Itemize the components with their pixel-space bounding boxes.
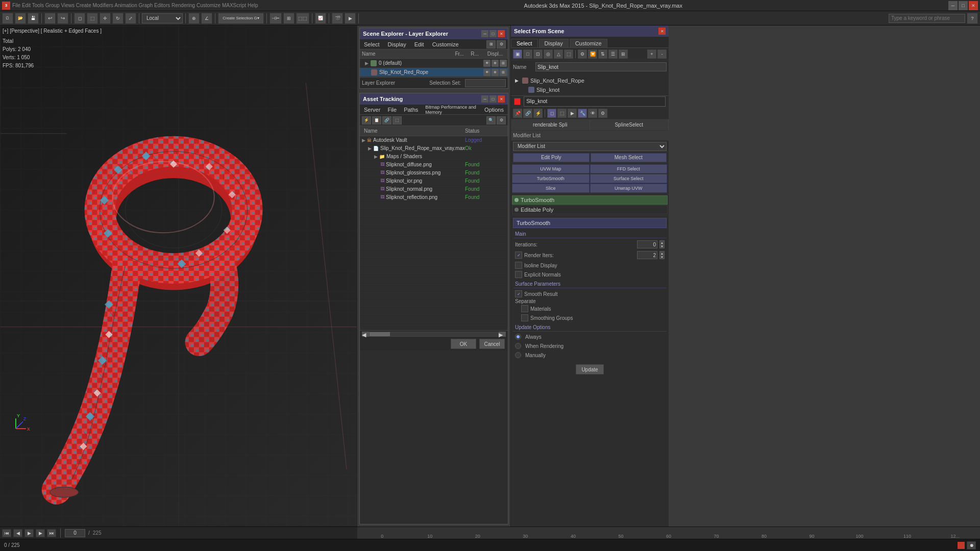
at-icon-6[interactable]: ⚙ bbox=[497, 116, 506, 124]
se-menu-select[interactable]: Select bbox=[362, 41, 382, 47]
edit-poly-btn[interactable]: Edit Poly bbox=[513, 153, 590, 162]
current-frame-input[interactable] bbox=[65, 529, 85, 537]
sfs-type2-icon[interactable]: △ bbox=[554, 49, 563, 59]
unwrap-uvw-btn[interactable]: Unwrap UVW bbox=[590, 184, 668, 193]
rotate-btn[interactable]: ↻ bbox=[112, 13, 124, 24]
close-btn[interactable]: ✕ bbox=[969, 1, 978, 10]
at-row-vault[interactable]: ▶ 🏛 Autodesk Vault Logged bbox=[360, 136, 508, 144]
render-btn[interactable]: ▶ bbox=[345, 13, 356, 24]
at-cancel-btn[interactable]: Cancel bbox=[479, 339, 505, 349]
at-icon-2[interactable]: 📋 bbox=[372, 116, 381, 124]
at-row-normal[interactable]: 🖼 Slipknot_normal.png Found bbox=[360, 185, 508, 193]
mod-icon-utility[interactable]: ⚙ bbox=[598, 109, 607, 118]
viewport-canvas[interactable]: [+] [Perspective] [ Realistic + Edged Fa… bbox=[1, 26, 357, 526]
radio-manually-btn[interactable] bbox=[515, 352, 521, 358]
modifier-dropdown[interactable]: Modifier List bbox=[513, 142, 667, 151]
layer-mgr-btn[interactable]: ⬚⬚ bbox=[296, 13, 309, 24]
sfs-tab-select[interactable]: Select bbox=[511, 39, 538, 47]
at-menu-bitmap[interactable]: Bitmap Performance and Memory bbox=[423, 105, 479, 115]
smooth-result-check[interactable] bbox=[515, 290, 522, 297]
radio-when-rendering[interactable]: When Rendering bbox=[515, 342, 665, 350]
go-start-btn[interactable]: ⏮ bbox=[2, 529, 11, 537]
align-btn[interactable]: ⊞ bbox=[283, 13, 295, 24]
at-row-file[interactable]: ▶ 📄 Slip_Knot_Red_Rope_max_vray.max Ok bbox=[360, 144, 508, 153]
se-menu-display[interactable]: Display bbox=[386, 41, 408, 47]
angle-snap-btn[interactable]: ∠ bbox=[201, 13, 212, 24]
at-restore-btn[interactable]: □ bbox=[489, 95, 497, 103]
sfs-tab-display[interactable]: Display bbox=[539, 39, 569, 47]
iter-up[interactable]: ▲ bbox=[660, 241, 664, 244]
at-row-maps[interactable]: ▶ 📁 Maps / Shaders bbox=[360, 153, 508, 161]
at-menu-options[interactable]: Options bbox=[482, 107, 506, 113]
play-btn[interactable]: ▶ bbox=[24, 529, 34, 537]
at-table-body[interactable]: ▶ 🏛 Autodesk Vault Logged ▶ 📄 Slip_Knot_… bbox=[360, 136, 508, 330]
se-btn-2[interactable]: ⚙ bbox=[497, 40, 506, 48]
prev-frame-btn[interactable]: ◀ bbox=[13, 529, 22, 537]
at-menu-paths[interactable]: Paths bbox=[402, 107, 420, 113]
at-row-glossiness[interactable]: 🖼 Slipknot_glossiness.png Found bbox=[360, 169, 508, 177]
sfs-type3-icon[interactable]: ⬚ bbox=[564, 49, 573, 59]
sfs-list-icon[interactable]: ☰ bbox=[608, 49, 618, 59]
mod-icon-link[interactable]: 🔗 bbox=[523, 109, 532, 118]
redo-btn[interactable]: ↪ bbox=[57, 13, 68, 24]
sfs-filter-icon[interactable]: 🔽 bbox=[588, 49, 597, 59]
se-menu-edit[interactable]: Edit bbox=[412, 41, 426, 47]
anim-mode-btn[interactable] bbox=[958, 542, 965, 549]
go-end-btn[interactable]: ⏭ bbox=[47, 529, 56, 537]
layer-render-btn[interactable]: ⊞ bbox=[500, 60, 507, 67]
layer-vis-btn[interactable]: 👁 bbox=[483, 60, 491, 67]
curve-editor-btn[interactable]: 📈 bbox=[315, 13, 326, 24]
search-input[interactable] bbox=[889, 14, 965, 23]
se-menu-customize[interactable]: Customize bbox=[430, 41, 461, 47]
iterations-spinner[interactable]: ▲ ▼ bbox=[659, 240, 665, 248]
mod-icon-pin[interactable]: 📌 bbox=[513, 109, 522, 118]
explicit-normals-check[interactable] bbox=[515, 271, 522, 278]
iter-down[interactable]: ▼ bbox=[660, 244, 664, 248]
move-btn[interactable]: ✛ bbox=[100, 13, 111, 24]
at-icon-1[interactable]: ⚡ bbox=[362, 116, 371, 124]
radio-always[interactable]: Always bbox=[515, 333, 665, 341]
turbosmooth-stack-item[interactable]: TurboSmooth bbox=[512, 195, 668, 205]
mod-icon-hierarchy[interactable]: ⬚ bbox=[557, 109, 567, 118]
mirror-btn[interactable]: ⊣⊢ bbox=[270, 13, 282, 24]
minimize-btn[interactable]: ─ bbox=[948, 1, 958, 10]
at-hscroll-track[interactable] bbox=[369, 332, 499, 337]
slice-btn[interactable]: Slice bbox=[512, 184, 590, 193]
mod-tab-spline[interactable]: renderable Spli bbox=[511, 119, 590, 130]
scroll-right-btn[interactable]: ▶ bbox=[499, 332, 506, 337]
isoline-check[interactable] bbox=[515, 262, 522, 269]
smoothing-groups-check[interactable] bbox=[521, 314, 528, 321]
at-row-ior[interactable]: 🖼 Slipknot_ior.png Found bbox=[360, 177, 508, 185]
select-obj-btn[interactable]: ◻ bbox=[74, 13, 85, 24]
se-close-btn[interactable]: ✕ bbox=[498, 30, 505, 37]
at-icon-4[interactable]: ⬚ bbox=[393, 116, 402, 124]
help-btn[interactable]: ? bbox=[967, 13, 978, 24]
obj-name-field[interactable] bbox=[524, 96, 666, 107]
sfs-sort-icon[interactable]: ⇅ bbox=[598, 49, 607, 59]
radio-manually[interactable]: Manually bbox=[515, 351, 665, 359]
render-iters-check[interactable] bbox=[515, 252, 522, 259]
next-frame-btn[interactable]: ▶ bbox=[36, 529, 45, 537]
snap-btn[interactable]: ⊕ bbox=[188, 13, 200, 24]
select-region-btn[interactable]: ⬚ bbox=[87, 13, 98, 24]
restore-btn[interactable]: □ bbox=[959, 1, 968, 10]
sfs-name-input[interactable] bbox=[535, 62, 667, 71]
layer-freeze-btn[interactable]: ❄ bbox=[492, 60, 499, 67]
sfs-invert-icon[interactable]: ⊡ bbox=[533, 49, 543, 59]
rope-freeze-btn[interactable]: ❄ bbox=[492, 69, 499, 76]
reference-coord-dropdown[interactable]: Local World Screen bbox=[142, 13, 183, 23]
at-row-reflection[interactable]: 🖼 Slipknot_reflection.png Found bbox=[360, 193, 508, 202]
render-iters-input[interactable] bbox=[637, 251, 657, 259]
se-btn-1[interactable]: ⊞ bbox=[486, 40, 496, 48]
sfs-expand-icon[interactable]: + bbox=[647, 49, 656, 59]
at-menu-file[interactable]: File bbox=[385, 107, 399, 113]
undo-btn[interactable]: ↩ bbox=[44, 13, 56, 24]
at-scrollbar[interactable]: ◀ ▶ bbox=[360, 330, 508, 337]
turbosmooth-btn[interactable]: TurboSmooth bbox=[512, 174, 590, 183]
materials-check[interactable] bbox=[521, 305, 528, 312]
uww-map-btn[interactable]: UVW Map bbox=[512, 164, 590, 173]
sfs-tab-customize[interactable]: Customize bbox=[570, 39, 607, 47]
radio-when-rendering-btn[interactable] bbox=[515, 343, 521, 349]
rope-vis-btn[interactable]: 👁 bbox=[483, 69, 491, 76]
sfs-hierarchy-icon[interactable]: ⊞ bbox=[619, 49, 628, 59]
